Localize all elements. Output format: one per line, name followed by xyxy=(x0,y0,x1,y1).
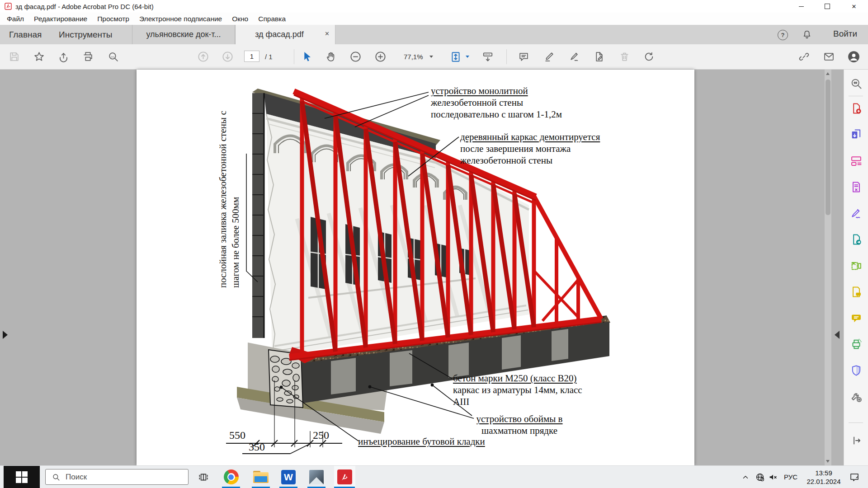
tab-bar: Главная Инструменты ульяновские док-т...… xyxy=(0,25,868,44)
annotation-monolithic-wall: устройство монолитной железобетонной сте… xyxy=(431,85,562,120)
annotation-timber-frame: деревянный каркас демонтируется после за… xyxy=(460,131,600,166)
hand-tool-icon[interactable] xyxy=(321,44,340,69)
scroll-up-icon[interactable] xyxy=(826,72,830,75)
print-icon[interactable] xyxy=(78,44,98,69)
task-view-icon[interactable] xyxy=(193,466,214,488)
email-icon[interactable] xyxy=(819,44,839,69)
tray-chevron-icon[interactable] xyxy=(741,466,750,488)
vertical-scrollbar[interactable] xyxy=(825,70,831,465)
annotation-layered-pour-line1: послойная заливка железобетонной стены с xyxy=(217,111,229,288)
account-avatar[interactable] xyxy=(844,44,863,69)
zoom-level-label[interactable]: 77,1% xyxy=(404,44,423,69)
volume-muted-icon[interactable] xyxy=(768,466,778,488)
create-pdf-icon[interactable] xyxy=(850,102,863,115)
search-icon xyxy=(52,473,60,481)
page-number-input[interactable] xyxy=(244,51,259,62)
windows-taskbar: W РУС 13:59 22.01.2024 xyxy=(0,465,868,488)
annotation-layered-pour-line2: шагом не более 500мм xyxy=(230,197,241,288)
date: 22.01.2024 xyxy=(807,477,840,486)
window-title: зд фасад.pdf - Adobe Acrobat Pro DC (64-… xyxy=(15,3,154,10)
expand-tools-icon[interactable] xyxy=(850,435,862,446)
menu-help[interactable]: Справка xyxy=(253,15,291,23)
menu-view[interactable]: Просмотр xyxy=(92,15,134,23)
more-tools-icon[interactable] xyxy=(850,390,863,403)
export-pdf-icon[interactable] xyxy=(850,233,863,246)
fit-page-icon[interactable] xyxy=(446,44,466,69)
sign-in-button[interactable]: Войти xyxy=(833,29,857,39)
next-page-icon[interactable] xyxy=(217,44,237,69)
fit-page-dropdown-icon[interactable] xyxy=(466,56,469,58)
edit-page-icon[interactable] xyxy=(589,44,609,69)
previous-page-icon[interactable] xyxy=(193,44,213,69)
minimize-button[interactable] xyxy=(791,0,811,13)
time: 13:59 xyxy=(815,469,832,477)
share-link-icon[interactable] xyxy=(794,44,814,69)
search-input[interactable] xyxy=(65,472,175,482)
photo-viewer-icon[interactable] xyxy=(306,466,327,488)
request-signatures-icon[interactable] xyxy=(850,181,863,193)
menu-window[interactable]: Окно xyxy=(227,15,253,23)
windows-logo-icon xyxy=(16,471,28,483)
start-button[interactable] xyxy=(4,466,40,488)
document-canvas: устройство монолитной железобетонной сте… xyxy=(0,70,844,465)
dimension-250: 250 xyxy=(313,429,329,441)
save-icon[interactable] xyxy=(4,44,24,69)
taskbar-search[interactable] xyxy=(45,469,189,485)
star-icon[interactable] xyxy=(29,44,49,69)
acrobat-taskbar-icon[interactable] xyxy=(334,466,355,488)
acrobat-app-icon xyxy=(5,3,12,10)
main-toolbar: / 1 77,1% xyxy=(0,44,868,70)
page-count-label: / 1 xyxy=(265,44,273,69)
help-icon[interactable]: ? xyxy=(778,30,788,40)
scroll-down-icon[interactable] xyxy=(826,460,830,463)
open-nav-pane-icon[interactable] xyxy=(3,331,8,339)
zoom-out-icon[interactable] xyxy=(345,44,365,69)
select-tool-icon[interactable] xyxy=(297,44,316,69)
bell-icon[interactable] xyxy=(802,29,812,39)
clock[interactable]: 13:59 22.01.2024 xyxy=(807,466,840,488)
language-indicator[interactable]: РУС xyxy=(784,466,797,488)
zoom-tool-icon[interactable] xyxy=(850,77,863,90)
comment-icon-tool[interactable] xyxy=(850,312,863,324)
tab-home[interactable]: Главная xyxy=(9,25,42,44)
delete-icon[interactable] xyxy=(614,44,634,69)
tab-tools[interactable]: Инструменты xyxy=(59,25,112,44)
tab-document-active[interactable]: зд фасад.pdf ✕ xyxy=(235,25,335,44)
annotation-concrete-grade: бетон марки М250 (класс В20) каркас из а… xyxy=(453,372,582,408)
title-bar: зд фасад.pdf - Adobe Acrobat Pro DC (64-… xyxy=(0,0,868,13)
share-icon[interactable] xyxy=(53,44,73,69)
refresh-icon[interactable] xyxy=(639,44,659,69)
menu-file[interactable]: Файл xyxy=(2,15,29,23)
annotation-injection: инъецирование бутовой кладки xyxy=(358,436,485,447)
organize-pages-icon[interactable] xyxy=(850,259,863,272)
close-button[interactable]: ✕ xyxy=(844,0,864,13)
word-icon[interactable]: W xyxy=(278,466,299,488)
sign-icon[interactable] xyxy=(564,44,584,69)
hide-toolbar-icon[interactable] xyxy=(478,44,498,69)
tab-document-inactive[interactable]: ульяновские док-т... xyxy=(132,25,235,44)
edit-pdf-icon[interactable] xyxy=(850,155,863,167)
comment-icon[interactable] xyxy=(514,44,533,69)
acrobat-window: зд фасад.pdf - Adobe Acrobat Pro DC (64-… xyxy=(0,0,868,488)
file-explorer-icon[interactable] xyxy=(250,466,271,488)
highlight-icon[interactable] xyxy=(539,44,559,69)
combine-files-icon[interactable] xyxy=(850,128,863,141)
scrollbar-thumb[interactable] xyxy=(826,80,830,215)
protect-icon[interactable] xyxy=(850,364,863,377)
zoom-in-icon[interactable] xyxy=(370,44,390,69)
menu-bar: Файл Редактирование Просмотр Электронное… xyxy=(0,13,868,25)
close-tab-icon[interactable]: ✕ xyxy=(325,30,330,37)
fill-sign-icon[interactable] xyxy=(850,207,863,220)
find-icon[interactable] xyxy=(103,44,123,69)
menu-esign[interactable]: Электронное подписание xyxy=(134,15,227,23)
network-globe-icon[interactable] xyxy=(755,466,765,488)
menu-edit[interactable]: Редактирование xyxy=(29,15,92,23)
annotation-clamp: устройство обоймы в шахматном прядке xyxy=(472,413,567,436)
chrome-icon[interactable] xyxy=(221,466,241,488)
maximize-button[interactable] xyxy=(817,0,838,13)
scan-ocr-icon[interactable] xyxy=(850,338,863,351)
action-center-icon[interactable] xyxy=(849,466,860,488)
open-tools-pane-icon[interactable] xyxy=(835,331,840,339)
zoom-dropdown-icon[interactable] xyxy=(429,56,433,58)
page-comment-icon[interactable] xyxy=(850,286,863,298)
